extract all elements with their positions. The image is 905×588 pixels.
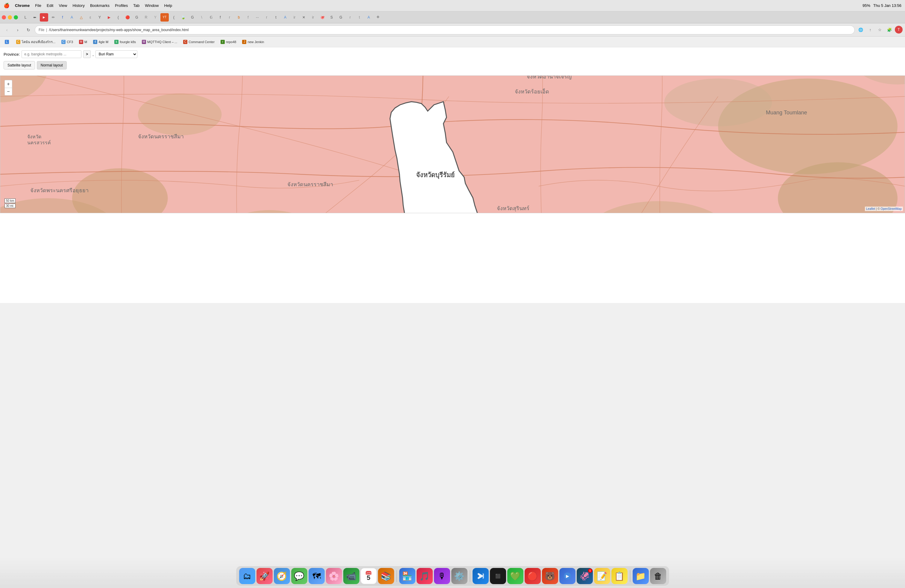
extension-icon-17[interactable]: (	[170, 13, 178, 22]
dock-calendar[interactable]: JAN 5	[360, 568, 377, 584]
menu-tab[interactable]: Tab	[133, 3, 140, 8]
dock-gitkraken[interactable]: 🦑 1	[577, 568, 593, 584]
bookmark-cf3[interactable]: C CF3	[59, 39, 75, 45]
extension-icon-35[interactable]: r	[346, 13, 354, 22]
address-bar[interactable]: File | /Users/tharineemunkwamdee/project…	[35, 25, 855, 35]
minimize-window-btn[interactable]	[8, 15, 12, 19]
extension-main-btn[interactable]: 🧩	[885, 26, 894, 34]
extension-icon-9[interactable]: Y	[95, 13, 104, 22]
menu-bookmarks[interactable]: Bookmarks	[90, 3, 110, 8]
bookmark-fourgle[interactable]: k fourgle k8s	[112, 39, 138, 45]
extension-icon-10[interactable]: ▶	[105, 13, 113, 22]
dock-stickies[interactable]: 📋	[611, 568, 627, 584]
bookmark-conan[interactable]: C โคนัน ตอนที่เมืองก์กร...	[14, 38, 58, 46]
extension-icon-30[interactable]: ir	[290, 13, 298, 22]
extension-icon-13[interactable]: G	[133, 13, 141, 22]
province-input[interactable]	[22, 50, 81, 58]
forward-button[interactable]: ›	[13, 25, 22, 35]
osm-link[interactable]: OpenStreetMap	[880, 207, 902, 210]
dock-trash[interactable]: 🗑	[650, 568, 666, 584]
province-select[interactable]: Buri Ram	[95, 50, 137, 58]
satellite-layout-button[interactable]: Sattelite layout	[3, 61, 35, 70]
dock-notes2[interactable]: 📝	[594, 568, 610, 584]
extension-icon-14[interactable]: R	[142, 13, 150, 22]
extension-icon-28[interactable]: t	[272, 13, 280, 22]
menu-edit[interactable]: Edit	[47, 3, 53, 8]
menu-history[interactable]: History	[72, 3, 84, 8]
extension-icon-7[interactable]: △	[77, 13, 85, 22]
zoom-in-button[interactable]: +	[5, 80, 12, 88]
extension-icon-25[interactable]: f	[244, 13, 252, 22]
extension-icon-22[interactable]: f	[216, 13, 224, 22]
extension-icon-4[interactable]: ✏	[49, 13, 57, 22]
dock-finder[interactable]: 🗂	[239, 568, 255, 584]
dock-books[interactable]: 📚	[378, 568, 394, 584]
share-btn[interactable]: ↑	[866, 26, 875, 34]
bookmark-repo[interactable]: r repo48	[218, 39, 238, 45]
dock-safari[interactable]: 🧭	[274, 568, 290, 584]
menu-view[interactable]: View	[59, 3, 67, 8]
extension-icon-15[interactable]: Y	[151, 13, 159, 22]
back-button[interactable]: ‹	[2, 25, 11, 35]
new-tab-btn[interactable]: +	[374, 13, 382, 22]
extension-icon-21[interactable]: 𝔾	[207, 13, 215, 22]
extension-icon-20[interactable]: \	[197, 13, 206, 22]
extension-icon-31[interactable]: ir	[309, 13, 317, 22]
dock-launchpad[interactable]: 🚀	[256, 568, 273, 584]
menu-profiles[interactable]: Profiles	[115, 3, 128, 8]
bookmark-btn[interactable]: ☆	[876, 26, 884, 34]
dock-music[interactable]: 🎵	[417, 568, 433, 584]
extension-icon-18[interactable]: 🍃	[179, 13, 187, 22]
extension-icon-12[interactable]: 🔴	[123, 13, 132, 22]
menu-file[interactable]: File	[35, 3, 41, 8]
extension-icon-29[interactable]: A	[281, 13, 289, 22]
reload-button[interactable]: ↻	[24, 25, 33, 35]
menu-window[interactable]: Window	[145, 3, 159, 8]
dock-files[interactable]: 📁	[633, 568, 649, 584]
menu-chrome[interactable]: Chrome	[15, 3, 30, 8]
extension-icon-26[interactable]: ···	[253, 13, 262, 22]
leaflet-link[interactable]: Leaflet	[866, 207, 875, 210]
bookmark-jenkins[interactable]: J new Jenkin	[240, 39, 266, 45]
dock-messages[interactable]: 💬	[291, 568, 307, 584]
dock-line[interactable]: 💚	[507, 568, 524, 584]
bookmark-4gle[interactable]: 4 4gle M	[90, 39, 111, 45]
dock-appstore[interactable]: 🏪	[399, 568, 415, 584]
dock-podcasts[interactable]: 🎙	[434, 568, 450, 584]
bookmark-command[interactable]: C Command Center	[181, 39, 217, 45]
extension-icon-33[interactable]: S	[327, 13, 336, 22]
dock-facetime[interactable]: 📹	[343, 568, 359, 584]
extension-icon-19[interactable]: G	[188, 13, 197, 22]
extension-icon-27[interactable]: r	[262, 13, 271, 22]
close-window-btn[interactable]	[2, 15, 6, 19]
zoom-out-button[interactable]: −	[5, 88, 12, 95]
extension-icon-32[interactable]: 🐙	[318, 13, 327, 22]
menu-help[interactable]: Help	[164, 3, 172, 8]
province-go-button[interactable]: >	[83, 50, 90, 58]
extension-icon-2[interactable]: ⬅	[30, 13, 39, 22]
dock-cursor[interactable]: ▶	[559, 568, 575, 584]
extension-icon-34[interactable]: G	[337, 13, 345, 22]
extension-icon-37[interactable]: A	[365, 13, 373, 22]
extension-icon-6[interactable]: A	[68, 13, 76, 22]
extension-icon-5[interactable]: f	[58, 13, 67, 22]
dock-bear[interactable]: 🐻	[542, 568, 558, 584]
dock-photos[interactable]: 🌸	[326, 568, 342, 584]
extension-icon-23[interactable]: r	[225, 13, 234, 22]
dock-vpn[interactable]: 🔴	[525, 568, 541, 584]
dock-maps[interactable]: 🗺	[308, 568, 325, 584]
extension-icon-8[interactable]: ε	[86, 13, 95, 22]
dock-settings[interactable]: ⚙️	[451, 568, 467, 584]
close-tab-btn[interactable]: ✕	[300, 13, 308, 22]
dock-vscode[interactable]	[473, 568, 489, 584]
bookmark-mqtt[interactable]: M MQTTHQ Client – ...	[140, 39, 179, 45]
extension-icon-24[interactable]: b	[235, 13, 243, 22]
normal-layout-button[interactable]: Normal layout	[37, 61, 67, 70]
extension-icon-36[interactable]: t	[355, 13, 364, 22]
extension-icon-3[interactable]: ▶	[40, 13, 48, 22]
extension-icon-16[interactable]: YT	[160, 13, 169, 22]
bookmark-m[interactable]: M M	[76, 39, 89, 45]
bookmark-1[interactable]: L	[2, 39, 13, 45]
profile-btn[interactable]: T	[895, 26, 903, 33]
extension-icon-1[interactable]: L	[21, 13, 30, 22]
